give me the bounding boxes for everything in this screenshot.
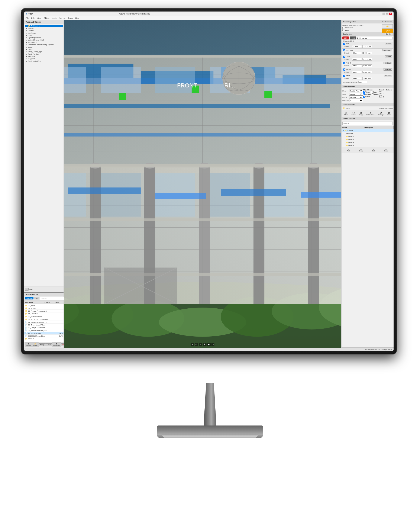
- back-checkbox[interactable]: [343, 75, 345, 77]
- tree-item[interactable]: ▶ Tag_Level: [25, 58, 63, 60]
- tags-checkbox[interactable]: [342, 29, 344, 31]
- set-bottom-button[interactable]: Set Bottom: [382, 49, 392, 51]
- file-list[interactable]: 📁 00_RCG 📁 01_vDCD 📁 09_Project Procure: [24, 304, 64, 342]
- nav-btn[interactable]: ⤢: [199, 343, 202, 346]
- tree-item[interactable]: ▶ By Level: [25, 27, 63, 29]
- file-item[interactable]: 📁 03_3D Model Coordination: [24, 318, 64, 321]
- tree-item[interactable]: ▶ Landscape: [25, 32, 63, 34]
- set-right-button[interactable]: Set Right: [384, 62, 392, 64]
- preset-item[interactable]: 📁 Level 4: [342, 144, 393, 147]
- top-checkbox[interactable]: [343, 43, 345, 45]
- right-offset-input[interactable]: [352, 64, 362, 67]
- update-node-button[interactable]: Update Node: [382, 29, 393, 33]
- bottom-inches-input[interactable]: [362, 52, 372, 54]
- center-checkbox[interactable]: [363, 96, 365, 98]
- assign-button[interactable]: Assign: [39, 343, 46, 346]
- mode-select[interactable]: Point to Point: [349, 89, 363, 92]
- front-inches-input[interactable]: [362, 71, 372, 73]
- tree-item[interactable]: ▶ Revit_Function: [25, 53, 63, 55]
- units-select[interactable]: Inches: [349, 93, 363, 96]
- filter-button[interactable]: Filter: [34, 297, 40, 299]
- bottom-offset-input[interactable]: [352, 52, 362, 54]
- left-checkbox[interactable]: [343, 56, 345, 58]
- presets-group-button[interactable]: ⬡ Group: [358, 148, 364, 152]
- folder-button[interactable]: 📁 Folder: [32, 342, 39, 347]
- import-button[interactable]: ⬆ Import: [25, 342, 32, 347]
- set-front-button[interactable]: Set Front: [384, 68, 392, 71]
- file-item[interactable]: 📄 02_Trade Model Files: [24, 324, 64, 326]
- tree-item[interactable]: ▶ Lightning Fixtures: [25, 36, 63, 39]
- tree-item[interactable]: ▶ Revit_Family_Type: [25, 51, 63, 53]
- group-button[interactable]: ⬡ Group: [350, 111, 356, 116]
- file-item[interactable]: 📁 Archive: [24, 338, 64, 340]
- left-offset-input[interactable]: [352, 58, 362, 60]
- precision-select[interactable]: 0.1: [349, 99, 363, 102]
- left-inches-input[interactable]: [362, 58, 372, 60]
- selection-button[interactable]: Selection: [25, 297, 33, 299]
- menu-logic[interactable]: Logic: [52, 17, 57, 19]
- format-select[interactable]: Decimal: [349, 96, 363, 99]
- tree-item[interactable]: ▶ Columns: [25, 29, 63, 32]
- nav-btn[interactable]: ◐: [207, 343, 211, 346]
- file-item[interactable]: 📄 01_Master Alignment F...: [24, 321, 64, 324]
- menu-archive[interactable]: Archive: [59, 17, 65, 19]
- preset-item[interactable]: 📁 Level 1: [342, 135, 393, 138]
- offset-all-input[interactable]: [357, 37, 393, 40]
- settings-button[interactable]: ⚙ Settings: [377, 111, 384, 116]
- tree-item[interactable]: ▶ Model: [25, 46, 63, 48]
- copy-button[interactable]: ⧉ Copy: [358, 111, 363, 116]
- delete-sel-button[interactable]: 🗑 Delete: [386, 111, 392, 116]
- label-button[interactable]: Label: [46, 343, 52, 346]
- right-checkbox[interactable]: [343, 62, 345, 64]
- menu-object[interactable]: Object: [44, 17, 49, 19]
- presets-search-input[interactable]: [342, 122, 393, 125]
- file-item[interactable]: 📄 03_Design Team Files: [24, 326, 64, 329]
- set-top-button[interactable]: Set Top: [385, 43, 392, 45]
- back-offset-input[interactable]: [352, 77, 362, 80]
- tree-item[interactable]: ▶ Mechanical and Plumbing Systems: [25, 44, 63, 46]
- nav-btn[interactable]: ⊕: [191, 343, 194, 346]
- tree-item[interactable]: ▶ Mechanism: [25, 41, 63, 44]
- vertex-checkbox[interactable]: [363, 91, 365, 93]
- set-back-button[interactable]: Set Back: [384, 75, 392, 77]
- presets-add-button[interactable]: + Add: [346, 148, 350, 152]
- style-sets-checkbox[interactable]: [342, 27, 344, 29]
- menu-track[interactable]: Track: [68, 17, 73, 19]
- archive-search-input[interactable]: [40, 297, 64, 300]
- preset-item[interactable]: ▼ 📁 701814...: [342, 129, 393, 132]
- file-item[interactable]: 📁 02_Site Utilization: [24, 315, 64, 318]
- presets-edit-button[interactable]: ✎ Edit: [371, 148, 376, 152]
- file-item[interactable]: 📄 2-FS1-1014.dwg DWG: [24, 332, 64, 335]
- midpoint-checkbox[interactable]: [363, 93, 365, 95]
- right-inches-input[interactable]: [362, 64, 372, 67]
- presets-list[interactable]: ▼ 📁 701814... Basic Ma... 📁 Level 1: [342, 129, 393, 147]
- viewport-3d[interactable]: FRONT RI... ⊕ ⟳ ⤢ ☀ ◐ □: [64, 20, 341, 348]
- preset-item[interactable]: Basic Ma...: [342, 132, 393, 135]
- hide-toggle[interactable]: HIDE: [350, 36, 356, 40]
- tree-view[interactable]: ▼ 📁 Architecture ▶ By Level ▶ Columns: [24, 24, 64, 286]
- clear-button[interactable]: ✕ Clear: [344, 111, 349, 116]
- add-button[interactable]: +: [25, 288, 29, 291]
- object-checkbox[interactable]: [372, 93, 374, 95]
- file-item[interactable]: 📄 09122019 Room Bio... DWG: [24, 335, 64, 338]
- file-item[interactable]: 📁 01_VDCPxF: [24, 312, 64, 315]
- tree-item[interactable]: ▶ Tag_PhysicalType: [25, 60, 63, 62]
- front-checkbox[interactable]: [343, 69, 345, 71]
- close-button[interactable]: ✕: [389, 13, 392, 15]
- file-item[interactable]: 📁 01_vDCD: [24, 307, 64, 310]
- front-offset-input[interactable]: [352, 71, 362, 73]
- menu-view[interactable]: View: [37, 17, 41, 19]
- tree-item[interactable]: ▼ 📁 Architecture: [25, 25, 63, 27]
- nav-btn[interactable]: ☀: [203, 343, 206, 346]
- menu-edit[interactable]: Edit: [31, 17, 35, 19]
- tree-item[interactable]: ▶ Structural: [25, 55, 63, 58]
- file-item[interactable]: 📁 09_Project Procurement: [24, 310, 64, 312]
- tree-item[interactable]: ▶ Level: [25, 34, 63, 36]
- presets-delete-button[interactable]: 🗑 Delete: [383, 148, 389, 152]
- bottom-checkbox[interactable]: [343, 49, 345, 51]
- back-inches-input[interactable]: [362, 77, 372, 80]
- preset-item[interactable]: 📁 Level 2: [342, 138, 393, 141]
- set-left-button[interactable]: Set Left: [385, 56, 392, 58]
- download-button[interactable]: ⬇ Download: [52, 342, 61, 347]
- off-toggle[interactable]: OFF: [342, 36, 349, 40]
